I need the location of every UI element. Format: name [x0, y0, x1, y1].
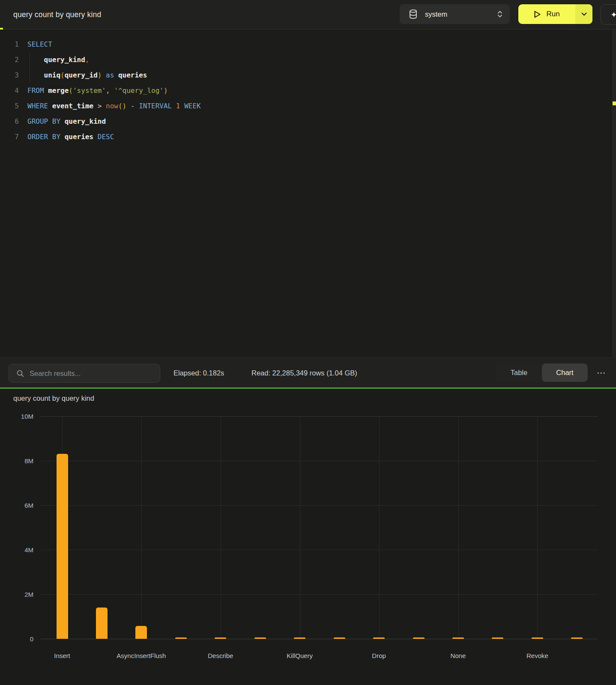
y-axis-tick-label: 8M	[8, 457, 33, 465]
sql-token: event_time	[52, 102, 93, 110]
y-axis-tick-label: 4M	[8, 546, 33, 554]
sql-token	[44, 86, 48, 95]
h-gridline	[41, 416, 598, 417]
chart-bar[interactable]	[334, 637, 345, 639]
sql-token: )	[98, 71, 102, 79]
play-icon	[534, 10, 541, 18]
sql-token	[27, 56, 44, 64]
v-gridline	[300, 416, 300, 639]
sql-token: WEEK	[184, 102, 201, 110]
sql-token: FROM	[27, 86, 44, 95]
sql-token	[48, 102, 52, 110]
sql-token: WHERE	[27, 102, 48, 110]
run-button[interactable]: Run	[518, 4, 575, 24]
sql-token: ,	[85, 56, 90, 64]
y-axis-tick-label: 2M	[8, 591, 33, 598]
search-icon	[17, 370, 24, 377]
sql-token	[102, 71, 106, 79]
sql-editor[interactable]: 1SELECT2 query_kind,3 uniq(query_id) as …	[0, 30, 616, 357]
v-gridline	[379, 416, 380, 639]
sql-token: queries	[118, 71, 147, 79]
h-gridline	[41, 594, 598, 595]
x-axis-tick-label: None	[451, 652, 466, 659]
chart-bar[interactable]	[373, 637, 385, 639]
scrollbar-cursor-marker	[613, 101, 616, 105]
v-gridline	[458, 416, 459, 639]
more-options-button[interactable]: ⋯	[592, 363, 611, 382]
chart-bar[interactable]	[254, 637, 266, 639]
sql-token: ,	[106, 86, 110, 95]
sql-token	[110, 86, 114, 95]
header-bar: query count by query kind system	[0, 0, 616, 30]
sql-token: (	[60, 71, 65, 79]
sql-token: (	[69, 86, 73, 95]
database-icon	[409, 9, 417, 19]
line-number: 4	[0, 83, 19, 98]
chart-bar[interactable]	[294, 637, 305, 639]
x-axis-tick-label: Drop	[372, 652, 386, 659]
run-button-label: Run	[546, 10, 559, 18]
ellipsis-icon: ⋯	[597, 368, 606, 378]
sql-token	[93, 102, 98, 110]
chart-bar[interactable]	[571, 637, 583, 639]
chart-bar[interactable]	[492, 637, 503, 639]
sql-token: query_kind	[44, 56, 85, 64]
editor-scrollbar[interactable]	[612, 30, 616, 357]
sql-token: GROUP BY	[27, 117, 60, 125]
code-line[interactable]: 3 uniq(query_id) as queries	[0, 68, 201, 83]
search-results-input[interactable]	[29, 369, 146, 378]
code-line[interactable]: 2 query_kind,	[0, 52, 201, 68]
sparkles-icon: ✦	[610, 10, 616, 20]
search-box[interactable]	[9, 364, 160, 383]
x-axis-tick-label: Revoke	[526, 652, 548, 659]
sql-token: queries	[65, 133, 93, 141]
chart-bar[interactable]	[215, 637, 226, 639]
v-gridline	[141, 416, 142, 639]
h-gridline	[41, 461, 598, 461]
chart-bar[interactable]	[57, 454, 68, 639]
chart-bar[interactable]	[452, 637, 464, 639]
chart-bar[interactable]	[135, 626, 147, 639]
sql-code[interactable]: 1SELECT2 query_kind,3 uniq(query_id) as …	[0, 37, 201, 145]
run-options-button[interactable]	[575, 4, 592, 24]
table-view-tab[interactable]: Table	[496, 363, 542, 382]
sql-token: 'system'	[73, 86, 106, 95]
sql-token	[102, 102, 106, 110]
sql-token: INTERVAL	[139, 102, 172, 110]
sql-token	[126, 102, 131, 110]
sql-token: DESC	[98, 133, 114, 141]
chart-bar[interactable]	[175, 637, 187, 639]
v-gridline	[221, 416, 221, 639]
sql-token: ()	[118, 102, 126, 110]
sql-token	[27, 71, 44, 79]
sql-token: SELECT	[27, 40, 52, 48]
chevron-up-down-icon	[497, 10, 503, 18]
sql-token	[60, 133, 65, 141]
code-line[interactable]: 5WHERE event_time > now() - INTERVAL 1 W…	[0, 98, 201, 114]
chart-bar[interactable]	[413, 637, 425, 639]
x-axis-line	[41, 639, 598, 639]
code-line[interactable]: 1SELECT	[0, 37, 201, 52]
h-gridline	[41, 550, 598, 550]
read-stat: Read: 22,285,349 rows (1.04 GB)	[251, 358, 357, 388]
line-number: 6	[0, 114, 19, 129]
database-selector[interactable]: system	[400, 4, 510, 24]
code-line[interactable]: 6GROUP BY query_kind	[0, 114, 201, 129]
sql-token: 1	[176, 102, 180, 110]
sql-token	[135, 102, 139, 110]
chart-bar[interactable]	[532, 637, 543, 639]
chart-bar[interactable]	[96, 608, 108, 639]
x-axis-tick-label: AsyncInsertFlush	[117, 652, 166, 659]
sql-token: '^query_log'	[114, 86, 164, 95]
sql-token: -	[131, 102, 135, 110]
code-line[interactable]: 4FROM merge('system', '^query_log')	[0, 83, 201, 98]
y-axis-tick-label: 0	[8, 635, 33, 643]
sql-token: )	[164, 86, 168, 95]
ai-assist-button[interactable]: ✦ ✦	[601, 4, 616, 25]
line-number: 2	[0, 52, 19, 68]
run-button-group: Run	[518, 4, 592, 24]
sql-token: ORDER BY	[27, 133, 60, 141]
code-line[interactable]: 7ORDER BY queries DESC	[0, 129, 201, 145]
chart-view-tab[interactable]: Chart	[542, 363, 588, 382]
sql-console-window: query count by query kind system	[0, 0, 616, 685]
